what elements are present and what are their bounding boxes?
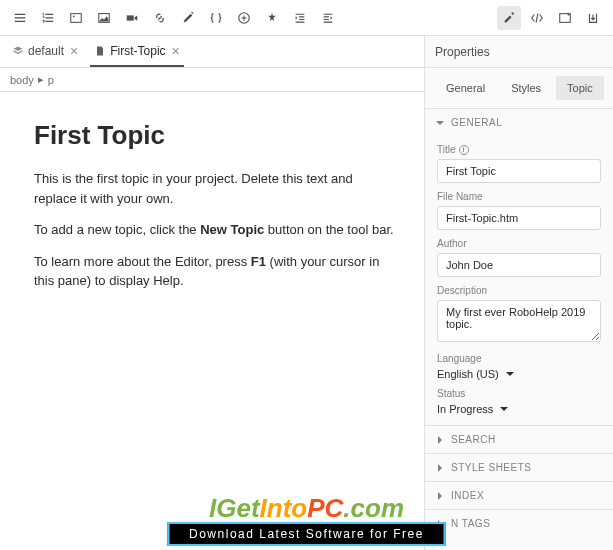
video-icon[interactable] [120,6,144,30]
title-field[interactable] [437,159,601,183]
author-label: Author [437,238,601,249]
section-header-index[interactable]: INDEX [425,482,613,509]
export-icon[interactable] [581,6,605,30]
language-select[interactable]: English (US) [437,368,601,380]
editor-pane: default × First-Topic × body ▸ p First T… [0,36,425,550]
close-icon[interactable]: × [70,43,78,59]
chevron-down-icon [505,369,515,379]
close-icon[interactable]: × [172,43,180,59]
edit-icon[interactable] [176,6,200,30]
section-header-general[interactable]: GENERAL [425,109,613,136]
layers-icon [12,45,24,57]
indent-left-icon[interactable] [288,6,312,30]
svg-point-1 [73,15,75,17]
image-box-icon[interactable] [64,6,88,30]
section-header-tags[interactable]: N TAGS [425,510,613,537]
main-toolbar [0,0,613,36]
star-icon[interactable] [260,6,284,30]
description-label: Description [437,285,601,296]
section-search: SEARCH [425,425,613,453]
author-field[interactable] [437,253,601,277]
filename-label: File Name [437,191,601,202]
page-title[interactable]: First Topic [34,120,396,151]
chevron-right-icon [435,435,445,445]
section-index: INDEX [425,481,613,509]
description-field[interactable]: My first ever RoboHelp 2019 topic. [437,300,601,342]
status-select[interactable]: In Progress [437,403,601,415]
tab-first-topic[interactable]: First-Topic × [90,37,184,67]
info-icon[interactable]: i [459,145,469,155]
paragraph[interactable]: To learn more about the Editor, press F1… [34,252,396,291]
properties-panel: Properties General Styles Topic GENERAL … [425,36,613,550]
watermark-subtitle: Download Latest Software for Free [167,522,446,546]
breadcrumb: body ▸ p [0,68,424,92]
tab-label: First-Topic [110,44,165,58]
tab-styles[interactable]: Styles [500,76,552,100]
status-label: Status [437,388,601,399]
tab-default[interactable]: default × [8,37,82,67]
paragraph[interactable]: This is the first topic in your project.… [34,169,396,208]
section-header-search[interactable]: SEARCH [425,426,613,453]
chevron-right-icon: ▸ [38,73,44,86]
watermark-overlay: IGetIntoPC.com Download Latest Software … [167,493,446,546]
breadcrumb-p[interactable]: p [48,74,54,86]
chevron-down-icon [499,404,509,414]
properties-tabs: General Styles Topic [425,68,613,108]
document-tabs: default × First-Topic × [0,36,424,68]
tab-topic[interactable]: Topic [556,76,604,100]
tab-general[interactable]: General [435,76,496,100]
preview-icon[interactable] [553,6,577,30]
numbered-list-icon[interactable] [36,6,60,30]
properties-header: Properties [425,36,613,68]
author-view-icon[interactable] [497,6,521,30]
source-view-icon[interactable] [525,6,549,30]
watermark-logo: IGetIntoPC.com [167,493,446,524]
chevron-down-icon [435,118,445,128]
tab-label: default [28,44,64,58]
svg-rect-0 [71,13,82,22]
section-general: GENERAL Titlei File Name Author Descript… [425,108,613,425]
breadcrumb-body[interactable]: body [10,74,34,86]
document-icon [94,45,106,57]
language-label: Language [437,353,601,364]
svg-rect-3 [127,15,134,20]
section-tags: N TAGS [425,509,613,537]
chevron-right-icon [435,463,445,473]
indent-right-icon[interactable] [316,6,340,30]
paragraph[interactable]: To add a new topic, click the New Topic … [34,220,396,240]
link-icon[interactable] [148,6,172,30]
filename-field[interactable] [437,206,601,230]
code-braces-icon[interactable] [204,6,228,30]
section-header-stylesheets[interactable]: STYLE SHEETS [425,454,613,481]
title-label: Titlei [437,144,601,155]
editor-content[interactable]: First Topic This is the first topic in y… [10,100,420,542]
add-circle-icon[interactable] [232,6,256,30]
section-stylesheets: STYLE SHEETS [425,453,613,481]
image-icon[interactable] [92,6,116,30]
list-icon[interactable] [8,6,32,30]
